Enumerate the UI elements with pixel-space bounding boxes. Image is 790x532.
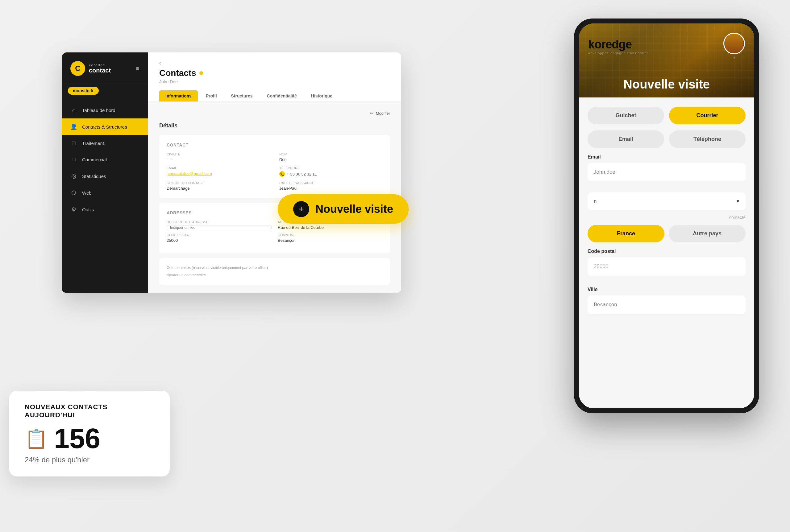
mobile-screen: koredge développer. engager. transformer… [579, 23, 754, 408]
stats-icon: ◎ [70, 173, 77, 179]
outils-icon: ⚙ [70, 206, 77, 213]
sidebar-item-contacts[interactable]: 👤 Contacts & Structures [62, 118, 148, 135]
autre-pays-button[interactable]: Autre pays [669, 225, 746, 242]
mobile-frame: koredge développer. engager. transformer… [574, 19, 759, 413]
modifier-button[interactable]: ✏ Modifier [370, 111, 390, 116]
stat-card-subtitle: 24% de plus qu'hier [25, 456, 154, 464]
mobile-brand-tagline: développer. engager. transformer [588, 51, 648, 55]
app-name: contact [89, 67, 111, 74]
postal-label: Code postal [167, 233, 272, 237]
origine-value: Démarchage [167, 186, 270, 191]
sidebar-nav: ⌂ Tableau de bord 👤 Contacts & Structure… [62, 99, 148, 293]
plus-icon: + [293, 201, 309, 217]
modifier-label: Modifier [376, 111, 390, 116]
postal-section-label: Code postal [588, 249, 746, 254]
stat-card: NOUVEAUX CONTACTS AUJOURD'HUI 📋 156 24% … [9, 391, 170, 476]
courrier-button[interactable]: Courrier [669, 107, 746, 124]
mobile-select[interactable]: n ▾ [588, 192, 746, 210]
sidebar-item-outils[interactable]: ⚙ Outils [62, 201, 148, 218]
mobile-top-bar: koredge développer. engager. transformer… [579, 23, 754, 60]
edit-icon: ✏ [370, 111, 373, 116]
mobile-header-image: koredge développer. engager. transformer… [579, 23, 754, 97]
comment-input[interactable]: Ajouter un commentaire [167, 273, 383, 277]
contacte-label: contacté [588, 215, 746, 220]
naissance-value: Jean-Paul [279, 186, 383, 191]
origine-label: Origine du contact [167, 181, 270, 185]
desktop-window: C koredge contact ≡ monsite.fr ⌂ Tableau… [62, 53, 401, 293]
recherche-label: Recherche d'adresse [167, 220, 272, 224]
mobile-page-title: Nouvelle visite [579, 77, 754, 91]
tab-profil[interactable]: Profil [200, 90, 223, 101]
select-value: n [594, 198, 596, 205]
avatar-body [725, 33, 743, 53]
civilite-label: Civilité [167, 152, 270, 156]
mobile-ville-input[interactable] [588, 296, 746, 314]
contacts-icon: 👤 [70, 124, 77, 130]
page-title-dot [199, 71, 203, 75]
mobile-header-overlay: koredge développer. engager. transformer… [579, 23, 754, 97]
guichet-button[interactable]: Guichet [588, 107, 664, 124]
ville-field-group: Ville [588, 287, 746, 319]
contact-section-title: Contact [167, 142, 383, 147]
nom-label: Nom [279, 152, 383, 156]
email-field-group: Email [588, 154, 746, 186]
traitement-icon: □ [70, 140, 77, 147]
tab-bar: Informations Profil Structures Confident… [159, 90, 390, 101]
telephone-button[interactable]: Téléphone [669, 131, 746, 148]
logo-icon: C [70, 61, 85, 76]
stat-card-icon: 📋 [25, 428, 48, 450]
mobile-avatar[interactable] [723, 33, 745, 54]
sidebar-item-statistiques[interactable]: ◎ Statistiques [62, 168, 148, 185]
telephone-value: 📞 + 33 06 32 32 11 [279, 171, 383, 177]
select-chevron: ▾ [737, 198, 739, 205]
sidebar-item-tableau-de-bord[interactable]: ⌂ Tableau de bord [62, 102, 148, 118]
telephone-field: Téléphone 📞 + 33 06 32 32 11 [279, 166, 383, 177]
nom-value: Doe [279, 157, 383, 162]
phone-icon: 📞 [279, 171, 285, 177]
tab-confidentialite[interactable]: Confidentialité [261, 90, 303, 101]
nav-label-5: Statistiques [82, 174, 106, 179]
nouvelle-visite-badge[interactable]: + Nouvelle visite [278, 194, 408, 224]
nouvelle-visite-label: Nouvelle visite [315, 203, 393, 215]
adresse-value: Rue du Bois de la Courbe [278, 225, 383, 230]
menu-icon[interactable]: ≡ [136, 65, 140, 72]
address-search-input[interactable] [167, 225, 272, 230]
postal-value: 25000 [167, 238, 272, 243]
back-button[interactable]: ‹ [159, 60, 161, 66]
civilite-value: — [167, 157, 270, 162]
tab-informations[interactable]: Informations [159, 90, 198, 101]
main-content: ‹ Contacts John Doe Informations Profil … [148, 53, 401, 293]
email-value: jeanpaul.doe@gmail.com [167, 171, 270, 176]
visit-type-row-1: Guichet Courrier [588, 107, 746, 124]
mobile-wrapper: koredge développer. engager. transformer… [574, 19, 759, 413]
site-badge[interactable]: monsite.fr [68, 87, 99, 95]
comments-label: Commentaires (réservé et visible uniquem… [167, 266, 383, 270]
country-row: France Autre pays [588, 225, 746, 242]
tab-historique[interactable]: Historique [305, 90, 338, 101]
email-button[interactable]: Email [588, 131, 664, 148]
nav-label-7: Outils [82, 207, 94, 212]
sidebar-item-commercial[interactable]: □ Commercial [62, 151, 148, 168]
sidebar-logo: C koredge contact ≡ [62, 53, 148, 82]
page-subtitle: John Doe [159, 79, 390, 84]
avatar-chevron: ▾ [733, 55, 735, 60]
stat-card-title: NOUVEAUX CONTACTS AUJOURD'HUI [25, 403, 154, 419]
email-field: Email jeanpaul.doe@gmail.com [167, 166, 270, 177]
nom-field: Nom Doe [279, 152, 383, 162]
mobile-email-input[interactable] [588, 163, 746, 181]
ville-section-label: Ville [588, 287, 746, 292]
tab-structures[interactable]: Structures [225, 90, 259, 101]
nav-label-2: Contacts & Structures [82, 124, 127, 130]
nav-label-6: Web [82, 190, 92, 195]
visit-type-row-2: Email Téléphone [588, 131, 746, 148]
sidebar-item-web[interactable]: ⬡ Web [62, 185, 148, 201]
france-button[interactable]: France [588, 225, 664, 242]
contact-section: Contact Civilité — Nom Doe Email jeanpau… [159, 135, 390, 198]
sidebar-item-traitement[interactable]: □ Traitement [62, 135, 148, 151]
page-title: Contacts [159, 68, 196, 78]
mobile-postal-input[interactable] [588, 257, 746, 276]
commercial-icon: □ [70, 156, 77, 163]
telephone-label: Téléphone [279, 166, 383, 170]
sidebar-top-bar: monsite.fr [62, 82, 148, 99]
web-icon: ⬡ [70, 189, 77, 196]
